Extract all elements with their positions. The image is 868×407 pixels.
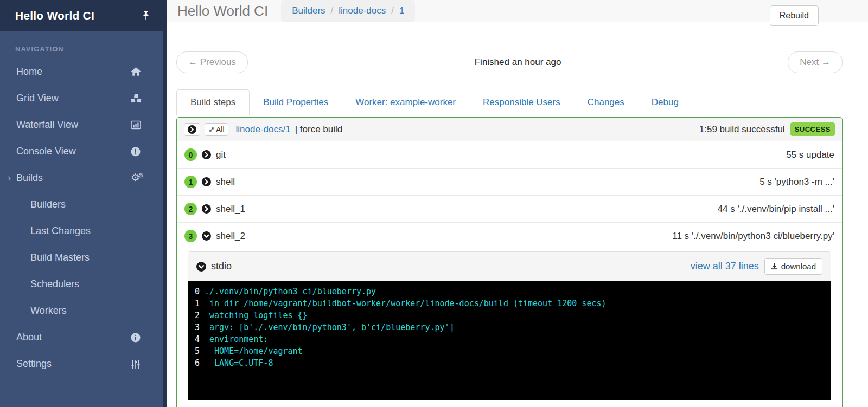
build-panel-header: All linode-docs/1 | force build 1:59 bui… <box>177 118 842 141</box>
sidebar-item-console-view[interactable]: Console View <box>0 138 163 165</box>
step-row-git: 0 git 55 s update <box>177 141 842 168</box>
log-line: 5 HOME=/home/vagrant <box>195 345 831 357</box>
step-expanded-area: stdio view all 37 lines <box>177 249 842 407</box>
top-navbar: Hello World CI Builders / linode-docs / … <box>167 0 868 22</box>
step-name: shell_1 <box>216 204 245 215</box>
step-row-shell-1: 2 shell_1 44 s './.venv/bin/pip install … <box>177 195 842 222</box>
app-title: Hello World CI <box>15 9 94 22</box>
download-icon <box>771 263 778 270</box>
tab-responsible-users[interactable]: Responsible Users <box>469 90 574 115</box>
expand-chevron-icon: › <box>8 172 11 184</box>
sidebar-item-builders[interactable]: Builders <box>0 191 163 218</box>
step-name: shell <box>216 177 235 188</box>
sidebar-item-last-changes[interactable]: Last Changes <box>0 218 163 244</box>
sliders-icon <box>131 359 143 369</box>
build-reason: | force build <box>295 124 343 135</box>
info-circle-icon <box>131 333 143 343</box>
chevron-circle-right-icon <box>188 125 196 134</box>
tab-build-steps[interactable]: Build steps <box>176 89 250 115</box>
sidebar: Hello World CI NAVIGATION Home Grid View… <box>0 0 167 407</box>
tab-changes[interactable]: Changes <box>574 90 638 115</box>
stdio-terminal[interactable]: 0./.venv/bin/python3 ci/blueberry.py 1 i… <box>188 281 831 400</box>
build-link[interactable]: linode-docs/1 <box>236 124 291 135</box>
chevron-circle-right-icon <box>202 150 211 159</box>
step-name: shell_2 <box>216 231 245 242</box>
view-all-lines-link[interactable]: view all 37 lines <box>691 261 759 272</box>
log-line: 3 argv: [b'./.venv/bin/python3', b'ci/bl… <box>195 321 831 333</box>
step-toggle[interactable]: 0 git <box>184 148 226 161</box>
step-toggle[interactable]: 3 shell_2 <box>184 230 245 242</box>
step-name: git <box>216 150 226 160</box>
log-line: 2 watching logfiles {} <box>195 309 831 321</box>
expand-all-button[interactable]: All <box>205 123 228 136</box>
cogs-icon: ⚙⚙ <box>131 172 143 184</box>
home-icon <box>131 67 143 76</box>
build-summary: 1:59 build successful <box>699 124 785 135</box>
log-line: 0./.venv/bin/python3 ci/blueberry.py <box>195 286 831 298</box>
step-number-badge: 2 <box>184 203 197 215</box>
sidebar-item-builds[interactable]: › Builds ⚙⚙ <box>0 165 163 191</box>
nav-section-label: NAVIGATION <box>0 31 163 59</box>
breadcrumb-separator: / <box>391 5 394 16</box>
collapse-toggle-button[interactable] <box>184 123 200 136</box>
pin-icon[interactable] <box>142 11 150 21</box>
log-line: 6 LANG=C.UTF-8 <box>195 357 831 369</box>
sidebar-item-waterfall-view[interactable]: Waterfall View <box>0 112 163 138</box>
sidebar-item-schedulers[interactable]: Schedulers <box>0 271 163 298</box>
step-toggle[interactable]: 1 shell <box>184 176 235 188</box>
next-build-button[interactable]: Next → <box>788 51 843 73</box>
main-area: Hello World CI Builders / linode-docs / … <box>167 0 868 407</box>
step-detail: 44 s './.venv/bin/pip install ...' <box>718 204 834 215</box>
sidebar-item-home[interactable]: Home <box>0 59 163 85</box>
breadcrumb-separator: / <box>331 5 334 16</box>
chevron-circle-right-icon <box>202 204 211 214</box>
sidebar-item-workers[interactable]: Workers <box>0 298 163 324</box>
stdio-title: stdio <box>211 261 232 272</box>
breadcrumb-build-number-link[interactable]: 1 <box>399 5 404 16</box>
chevron-circle-down-icon[interactable] <box>196 262 206 272</box>
step-number-badge: 3 <box>184 230 197 242</box>
build-finished-status: Finished an hour ago <box>475 57 561 68</box>
step-toggle[interactable]: 2 shell_1 <box>184 203 245 215</box>
log-line: 4 environment: <box>195 333 831 345</box>
breadcrumb-builder-link[interactable]: linode-docs <box>339 5 386 16</box>
step-number-badge: 0 <box>184 148 197 161</box>
sidebar-item-grid-view[interactable]: Grid View <box>0 85 163 112</box>
previous-build-button[interactable]: ← Previous <box>176 51 248 73</box>
content: ← Previous Finished an hour ago Next → B… <box>167 22 868 407</box>
stdio-log-panel: stdio view all 37 lines <box>188 251 831 400</box>
tab-debug[interactable]: Debug <box>638 90 692 115</box>
sidebar-item-settings[interactable]: Settings <box>0 351 163 377</box>
expand-arrows-icon <box>208 126 215 133</box>
breadcrumb-builders-link[interactable]: Builders <box>292 5 325 16</box>
step-row-shell: 1 shell 5 s 'python3 -m ...' <box>177 168 842 195</box>
status-badge: SUCCESS <box>790 122 835 136</box>
step-detail: 55 s update <box>786 150 834 160</box>
rebuild-button[interactable]: Rebuild <box>770 5 819 26</box>
sidebar-header: Hello World CI <box>0 0 163 31</box>
step-detail: 11 s './.venv/bin/python3 ci/blueberry.p… <box>672 231 834 242</box>
step-row-shell-2: 3 shell_2 11 s './.venv/bin/python3 ci/b… <box>177 222 842 249</box>
tab-worker[interactable]: Worker: example-worker <box>342 90 469 115</box>
stdio-header: stdio view all 37 lines <box>188 252 831 281</box>
download-button[interactable]: download <box>764 258 822 275</box>
build-tabs: Build steps Build Properties Worker: exa… <box>176 89 843 115</box>
chevron-circle-down-icon <box>202 231 211 241</box>
sidebar-item-about[interactable]: About <box>0 324 163 351</box>
tab-build-properties[interactable]: Build Properties <box>250 90 342 115</box>
chevron-circle-right-icon <box>202 177 211 186</box>
log-line: 1 in dir /home/vagrant/buildbot-worker/w… <box>195 298 831 309</box>
cubes-icon <box>131 94 143 103</box>
breadcrumb: Builders / linode-docs / 1 <box>281 0 415 22</box>
bar-chart-icon <box>131 120 143 130</box>
sidebar-item-build-masters[interactable]: Build Masters <box>0 244 163 271</box>
page-title: Hello World CI <box>177 3 268 20</box>
step-number-badge: 1 <box>184 176 197 188</box>
step-detail: 5 s 'python3 -m ...' <box>760 177 834 188</box>
build-pager: ← Previous Finished an hour ago Next → <box>176 51 843 73</box>
build-steps-panel: All linode-docs/1 | force build 1:59 bui… <box>176 117 843 407</box>
exclamation-circle-icon <box>131 147 143 157</box>
